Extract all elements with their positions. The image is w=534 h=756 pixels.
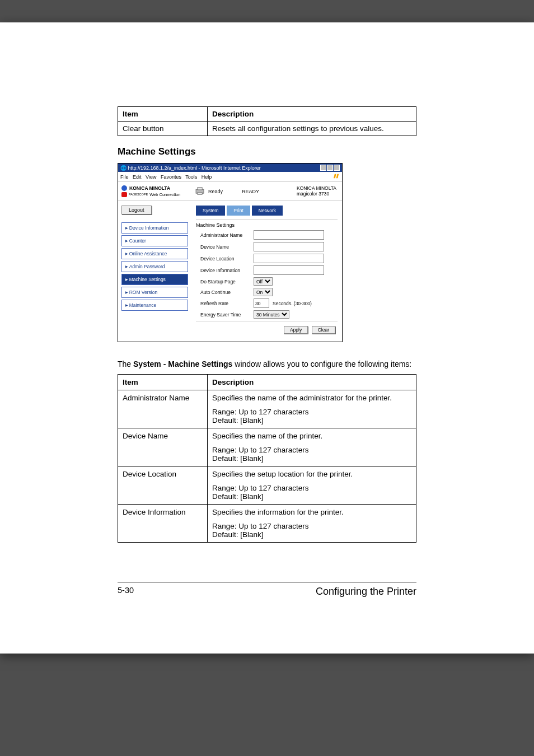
refresh-input[interactable] [254, 298, 269, 308]
refresh-suffix: Seconds..(30-300) [273, 301, 312, 306]
label-devname: Device Name [196, 244, 254, 250]
pagescope-icon [121, 192, 127, 197]
logo-icon [121, 185, 127, 191]
menu-tools[interactable]: Tools [185, 174, 197, 180]
label-startup: Do Startup Page [196, 279, 254, 284]
spec-table: Item Description Administrator Name Spec… [118, 374, 416, 543]
label-refresh: Refresh Rate [196, 301, 254, 306]
window-titlebar: 🌐 http://192.168.1.2/a_index.html - Micr… [118, 164, 342, 172]
sidebar-item-admin-pw[interactable]: Admin Password [121, 261, 188, 272]
spec-row-devinfo-item: Device Information [118, 504, 208, 542]
page-footer: 5-30 Configuring the Printer [118, 582, 416, 598]
spec-row-admin-desc: Specifies the name of the administrator … [207, 390, 416, 428]
tab-system[interactable]: System [196, 206, 225, 216]
sidebar-item-device-info[interactable]: Device Information [121, 222, 188, 234]
printer-icon [195, 187, 205, 196]
apply-button[interactable]: Apply [284, 326, 308, 334]
spec-row-admin-item: Administrator Name [118, 390, 208, 428]
top-table: Item Description Clear button Resets all… [118, 106, 416, 136]
model-line2: magicolor 3730 [297, 191, 336, 197]
form-title: Machine Settings [196, 221, 338, 230]
sidebar-item-counter[interactable]: Counter [121, 235, 188, 246]
th-item: Item [118, 107, 208, 122]
menu-file[interactable]: File [120, 174, 129, 180]
logout-button[interactable]: Logout [121, 206, 152, 214]
label-admin: Administrator Name [196, 232, 254, 238]
label-devloc: Device Location [196, 256, 254, 262]
th-desc: Description [207, 107, 416, 122]
spec-row-devinfo-desc: Specifies the information for the printe… [207, 504, 416, 542]
pagescope-label: Web Connection [149, 192, 180, 197]
menu-view[interactable]: View [146, 174, 156, 180]
window-title: http://192.168.1.2/a_index.html - Micros… [128, 165, 261, 171]
svg-rect-2 [198, 187, 202, 189]
label-auto: Auto Continue [196, 290, 254, 295]
menu-fav[interactable]: Favorites [161, 174, 181, 180]
sidebar-nav: Device Information Counter Online Assist… [121, 222, 188, 311]
svg-rect-3 [198, 192, 202, 194]
screenshot-figure: 🌐 http://192.168.1.2/a_index.html - Micr… [118, 163, 343, 342]
tab-bar: System Print Network [196, 206, 338, 216]
tab-print[interactable]: Print [227, 206, 250, 216]
label-energy: Energy Saver Time [196, 312, 254, 318]
energy-select[interactable]: 30 Minutes [254, 310, 289, 319]
spec-row-devloc-item: Device Location [118, 466, 208, 504]
admin-name-input[interactable] [254, 230, 324, 240]
spec-row-devname-desc: Specifies the name of the printer. Range… [207, 428, 416, 466]
spec-row-devname-item: Device Name [118, 428, 208, 466]
startup-select[interactable]: Off [254, 277, 273, 286]
clear-button[interactable]: Clear [312, 326, 335, 334]
window-controls[interactable] [320, 165, 340, 171]
spec-th-item: Item [118, 374, 208, 390]
sidebar-item-maintenance[interactable]: Maintenance [121, 300, 188, 311]
ie-icon: 🌐 [120, 165, 127, 171]
tab-network[interactable]: Network [252, 206, 283, 216]
device-location-input[interactable] [254, 254, 324, 263]
ready-small: Ready [208, 189, 223, 194]
body-intro: The System - Machine Settings window all… [118, 359, 416, 370]
auto-continue-select[interactable]: On [254, 288, 273, 296]
spec-row-devloc-desc: Specifies the setup location for the pri… [207, 466, 416, 504]
label-devinfo: Device Information [196, 268, 254, 273]
ie-logo-icon [334, 173, 340, 180]
ready-status: READY [242, 189, 259, 194]
page-number: 5-30 [118, 586, 134, 598]
page-footer-title: Configuring the Printer [316, 586, 416, 598]
menu-help[interactable]: Help [202, 174, 212, 180]
td-clear-item: Clear button [118, 122, 208, 136]
model-line1: KONICA MINOLTA [297, 185, 336, 191]
brand-name: KONICA MINOLTA [129, 185, 170, 191]
menu-bar: File Edit View Favorites Tools Help [118, 172, 342, 182]
td-clear-desc: Resets all configuration settings to pre… [207, 122, 416, 136]
device-name-input[interactable] [254, 242, 324, 251]
device-info-input[interactable] [254, 265, 324, 275]
spec-th-desc: Description [207, 374, 416, 390]
sidebar-item-online-assist[interactable]: Online Assistance [121, 248, 188, 259]
pagescope-small: PAGESCOPE [129, 193, 148, 197]
sidebar-item-machine-settings[interactable]: Machine Settings [121, 274, 188, 285]
sidebar-item-rom[interactable]: ROM Version [121, 287, 188, 298]
menu-edit[interactable]: Edit [133, 174, 142, 180]
section-title: Machine Settings [118, 146, 416, 157]
